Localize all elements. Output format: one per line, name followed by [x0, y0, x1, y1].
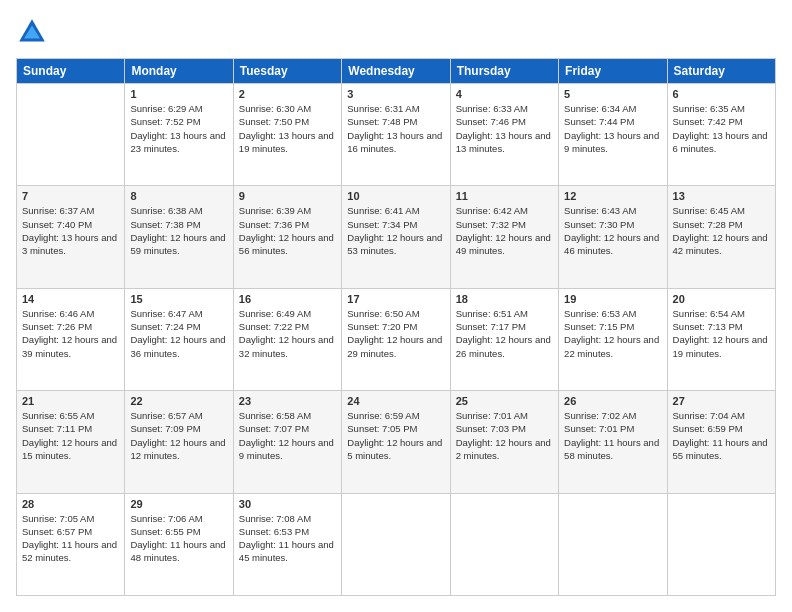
calendar-cell	[450, 493, 558, 595]
day-info: Sunrise: 6:43 AMSunset: 7:30 PMDaylight:…	[564, 204, 661, 257]
day-info: Sunrise: 6:34 AMSunset: 7:44 PMDaylight:…	[564, 102, 661, 155]
calendar-cell: 13Sunrise: 6:45 AMSunset: 7:28 PMDayligh…	[667, 186, 775, 288]
logo	[16, 16, 52, 48]
day-info: Sunrise: 7:08 AMSunset: 6:53 PMDaylight:…	[239, 512, 336, 565]
calendar-cell: 19Sunrise: 6:53 AMSunset: 7:15 PMDayligh…	[559, 288, 667, 390]
day-info: Sunrise: 6:30 AMSunset: 7:50 PMDaylight:…	[239, 102, 336, 155]
day-info: Sunrise: 6:47 AMSunset: 7:24 PMDaylight:…	[130, 307, 227, 360]
day-number: 8	[130, 190, 227, 202]
day-number: 27	[673, 395, 770, 407]
calendar-cell	[342, 493, 450, 595]
calendar-cell	[559, 493, 667, 595]
day-info: Sunrise: 6:54 AMSunset: 7:13 PMDaylight:…	[673, 307, 770, 360]
calendar-cell	[17, 84, 125, 186]
calendar-cell: 12Sunrise: 6:43 AMSunset: 7:30 PMDayligh…	[559, 186, 667, 288]
calendar-table: SundayMondayTuesdayWednesdayThursdayFrid…	[16, 58, 776, 596]
calendar-cell: 21Sunrise: 6:55 AMSunset: 7:11 PMDayligh…	[17, 391, 125, 493]
day-info: Sunrise: 6:58 AMSunset: 7:07 PMDaylight:…	[239, 409, 336, 462]
day-info: Sunrise: 7:01 AMSunset: 7:03 PMDaylight:…	[456, 409, 553, 462]
day-number: 5	[564, 88, 661, 100]
day-number: 1	[130, 88, 227, 100]
day-number: 7	[22, 190, 119, 202]
day-info: Sunrise: 6:33 AMSunset: 7:46 PMDaylight:…	[456, 102, 553, 155]
day-info: Sunrise: 6:55 AMSunset: 7:11 PMDaylight:…	[22, 409, 119, 462]
week-row-3: 14Sunrise: 6:46 AMSunset: 7:26 PMDayligh…	[17, 288, 776, 390]
day-info: Sunrise: 6:41 AMSunset: 7:34 PMDaylight:…	[347, 204, 444, 257]
weekday-header-wednesday: Wednesday	[342, 59, 450, 84]
day-info: Sunrise: 6:49 AMSunset: 7:22 PMDaylight:…	[239, 307, 336, 360]
calendar-cell: 27Sunrise: 7:04 AMSunset: 6:59 PMDayligh…	[667, 391, 775, 493]
page: SundayMondayTuesdayWednesdayThursdayFrid…	[0, 0, 792, 612]
day-number: 4	[456, 88, 553, 100]
header	[16, 16, 776, 48]
day-info: Sunrise: 7:06 AMSunset: 6:55 PMDaylight:…	[130, 512, 227, 565]
day-number: 23	[239, 395, 336, 407]
day-number: 22	[130, 395, 227, 407]
day-info: Sunrise: 6:42 AMSunset: 7:32 PMDaylight:…	[456, 204, 553, 257]
day-number: 15	[130, 293, 227, 305]
day-info: Sunrise: 7:04 AMSunset: 6:59 PMDaylight:…	[673, 409, 770, 462]
day-info: Sunrise: 7:02 AMSunset: 7:01 PMDaylight:…	[564, 409, 661, 462]
day-info: Sunrise: 6:57 AMSunset: 7:09 PMDaylight:…	[130, 409, 227, 462]
calendar-cell: 18Sunrise: 6:51 AMSunset: 7:17 PMDayligh…	[450, 288, 558, 390]
day-info: Sunrise: 6:46 AMSunset: 7:26 PMDaylight:…	[22, 307, 119, 360]
week-row-2: 7Sunrise: 6:37 AMSunset: 7:40 PMDaylight…	[17, 186, 776, 288]
calendar-cell: 6Sunrise: 6:35 AMSunset: 7:42 PMDaylight…	[667, 84, 775, 186]
day-number: 16	[239, 293, 336, 305]
calendar-cell: 30Sunrise: 7:08 AMSunset: 6:53 PMDayligh…	[233, 493, 341, 595]
calendar-cell: 20Sunrise: 6:54 AMSunset: 7:13 PMDayligh…	[667, 288, 775, 390]
calendar-cell: 14Sunrise: 6:46 AMSunset: 7:26 PMDayligh…	[17, 288, 125, 390]
calendar-cell: 17Sunrise: 6:50 AMSunset: 7:20 PMDayligh…	[342, 288, 450, 390]
day-info: Sunrise: 6:50 AMSunset: 7:20 PMDaylight:…	[347, 307, 444, 360]
day-info: Sunrise: 6:29 AMSunset: 7:52 PMDaylight:…	[130, 102, 227, 155]
day-number: 2	[239, 88, 336, 100]
week-row-1: 1Sunrise: 6:29 AMSunset: 7:52 PMDaylight…	[17, 84, 776, 186]
day-number: 10	[347, 190, 444, 202]
calendar-cell: 25Sunrise: 7:01 AMSunset: 7:03 PMDayligh…	[450, 391, 558, 493]
weekday-header-monday: Monday	[125, 59, 233, 84]
day-info: Sunrise: 6:59 AMSunset: 7:05 PMDaylight:…	[347, 409, 444, 462]
calendar-cell: 26Sunrise: 7:02 AMSunset: 7:01 PMDayligh…	[559, 391, 667, 493]
calendar-cell: 22Sunrise: 6:57 AMSunset: 7:09 PMDayligh…	[125, 391, 233, 493]
weekday-header-friday: Friday	[559, 59, 667, 84]
logo-icon	[16, 16, 48, 48]
day-number: 28	[22, 498, 119, 510]
day-info: Sunrise: 6:38 AMSunset: 7:38 PMDaylight:…	[130, 204, 227, 257]
calendar-cell: 1Sunrise: 6:29 AMSunset: 7:52 PMDaylight…	[125, 84, 233, 186]
day-number: 21	[22, 395, 119, 407]
day-number: 12	[564, 190, 661, 202]
day-info: Sunrise: 6:35 AMSunset: 7:42 PMDaylight:…	[673, 102, 770, 155]
day-number: 14	[22, 293, 119, 305]
day-info: Sunrise: 6:45 AMSunset: 7:28 PMDaylight:…	[673, 204, 770, 257]
weekday-header-sunday: Sunday	[17, 59, 125, 84]
day-info: Sunrise: 6:31 AMSunset: 7:48 PMDaylight:…	[347, 102, 444, 155]
calendar-cell: 2Sunrise: 6:30 AMSunset: 7:50 PMDaylight…	[233, 84, 341, 186]
day-info: Sunrise: 7:05 AMSunset: 6:57 PMDaylight:…	[22, 512, 119, 565]
day-number: 11	[456, 190, 553, 202]
day-number: 29	[130, 498, 227, 510]
day-number: 26	[564, 395, 661, 407]
calendar-cell: 8Sunrise: 6:38 AMSunset: 7:38 PMDaylight…	[125, 186, 233, 288]
day-info: Sunrise: 6:53 AMSunset: 7:15 PMDaylight:…	[564, 307, 661, 360]
calendar-cell	[667, 493, 775, 595]
day-info: Sunrise: 6:39 AMSunset: 7:36 PMDaylight:…	[239, 204, 336, 257]
calendar-cell: 7Sunrise: 6:37 AMSunset: 7:40 PMDaylight…	[17, 186, 125, 288]
day-number: 24	[347, 395, 444, 407]
day-number: 20	[673, 293, 770, 305]
calendar-cell: 3Sunrise: 6:31 AMSunset: 7:48 PMDaylight…	[342, 84, 450, 186]
calendar-cell: 23Sunrise: 6:58 AMSunset: 7:07 PMDayligh…	[233, 391, 341, 493]
weekday-header-row: SundayMondayTuesdayWednesdayThursdayFrid…	[17, 59, 776, 84]
week-row-5: 28Sunrise: 7:05 AMSunset: 6:57 PMDayligh…	[17, 493, 776, 595]
weekday-header-tuesday: Tuesday	[233, 59, 341, 84]
calendar-cell: 28Sunrise: 7:05 AMSunset: 6:57 PMDayligh…	[17, 493, 125, 595]
day-number: 13	[673, 190, 770, 202]
day-number: 25	[456, 395, 553, 407]
weekday-header-saturday: Saturday	[667, 59, 775, 84]
day-info: Sunrise: 6:51 AMSunset: 7:17 PMDaylight:…	[456, 307, 553, 360]
calendar-cell: 11Sunrise: 6:42 AMSunset: 7:32 PMDayligh…	[450, 186, 558, 288]
calendar-cell: 24Sunrise: 6:59 AMSunset: 7:05 PMDayligh…	[342, 391, 450, 493]
weekday-header-thursday: Thursday	[450, 59, 558, 84]
day-number: 9	[239, 190, 336, 202]
day-info: Sunrise: 6:37 AMSunset: 7:40 PMDaylight:…	[22, 204, 119, 257]
calendar-cell: 9Sunrise: 6:39 AMSunset: 7:36 PMDaylight…	[233, 186, 341, 288]
